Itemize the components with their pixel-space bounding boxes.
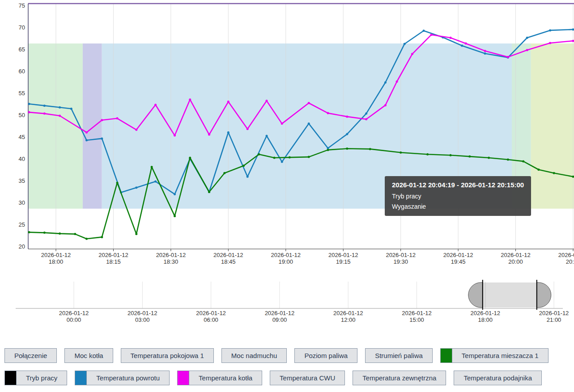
y-tick-label: 20 [19,243,25,250]
y-tick-label: 40 [19,156,25,162]
x-tick-label: 2026-01-1219:30 [386,252,416,265]
legend-button-temperatura-zewnetrzna[interactable]: Temperatura zewnętrzna [353,371,446,385]
x-axis-labels: 2026-01-1218:002026-01-1218:152026-01-12… [41,252,574,265]
navigator-tick-label: 2026-01-1215:00 [402,310,432,323]
legend-swatch-tryb-pracy [4,371,16,385]
y-tick-label: 50 [19,112,25,118]
tooltip-value: Wygaszanie [392,203,524,210]
x-tick-label: 2026-01-1219:15 [328,252,358,265]
y-tick-label: 25 [19,221,25,228]
legend-button-temperatura-mieszacza-1[interactable]: Temperatura mieszacza 1 [452,348,548,363]
legend-button-poziom-paliwa[interactable]: Poziom paliwa [294,348,357,363]
legend-item-tryb-pracy[interactable]: Tryb pracy [4,371,67,385]
legend-item-temperatura-powrotu[interactable]: Temperatura powrotu [75,371,170,385]
y-tick-label: 35 [19,177,25,184]
y-tick-label: 65 [19,46,25,53]
legend-swatch-temperatura-powrotu [75,371,86,385]
x-tick-label: 2026-01-1220:00 [501,252,531,265]
legend-item-poziom-paliwa[interactable]: Poziom paliwa [294,348,357,363]
legend-item-moc-kotla[interactable]: Moc kotła [64,348,113,363]
tooltip-time-range: 2026-01-12 20:04:19 - 2026-01-12 20:15:0… [392,181,524,189]
y-tick-label: 30 [19,199,25,206]
range-navigator[interactable]: 2026-01-1200:002026-01-1203:002026-01-12… [0,277,574,326]
navigator-tick-label: 2026-01-1212:00 [333,310,363,323]
tooltip-series-name: Tryb pracy [392,193,524,200]
navigator-tick-label: 2026-01-1200:00 [59,310,89,323]
y-tick-label: 70 [19,24,25,31]
y-tick-label: 45 [19,134,25,140]
x-tick-label: 2026-01-1218:30 [156,252,186,265]
legend-swatch-temperatura-kotla [177,371,189,385]
navigator-selection[interactable] [483,282,537,308]
chart-tooltip: 2026-01-12 20:04:19 - 2026-01-12 20:15:0… [385,176,531,216]
legend-button-temperatura-powrotu[interactable]: Temperatura powrotu [86,371,170,385]
x-tick-label: 2026-01-1218:45 [213,252,243,265]
navigator-handle-right[interactable] [537,282,551,308]
navigator-tick-label: 2026-01-1218:00 [471,310,501,323]
plot-band-5 [531,43,574,209]
navigator-handle-left[interactable] [468,282,483,308]
legend-button-temperatura-pokojowa-1[interactable]: Temperatura pokojowa 1 [121,348,214,363]
x-tick-label: 2026-01-1220:15 [558,252,574,265]
chart-plot-area[interactable]: 2026-01-1218:002026-01-1218:152026-01-12… [0,0,574,268]
navigator-tick-label: 2026-01-1203:00 [128,310,157,323]
y-tick-label: 55 [19,90,25,97]
legend-item-temperatura-zewnetrzna[interactable]: Temperatura zewnętrzna [353,371,446,385]
navigator-labels: 2026-01-1200:002026-01-1203:002026-01-12… [59,310,569,323]
legend-button-temperatura-kotla[interactable]: Temperatura kotła [189,371,262,385]
navigator-tick-label: 2026-01-1209:00 [265,310,295,323]
legend-button-temperatura-cwu[interactable]: Temperatura CWU [270,371,345,385]
x-tick-label: 2026-01-1219:00 [271,252,301,265]
legend-swatch-temperatura-mieszacza-1 [440,348,452,363]
legend-button-moc-nadmuchu[interactable]: Moc nadmuchu [221,348,287,363]
x-tick-label: 2026-01-1218:15 [98,252,128,265]
legend-item-temperatura-cwu[interactable]: Temperatura CWU [270,371,345,385]
legend-row-1: PołączenieMoc kotłaTemperatura pokojowa … [4,348,571,363]
legend-item-temperatura-kotla[interactable]: Temperatura kotła [177,371,262,385]
navigator-tick-label: 2026-01-1221:00 [539,310,569,323]
legend-item-strumien-paliwa[interactable]: Strumień paliwa [365,348,433,363]
x-tick-label: 2026-01-1218:00 [41,252,71,265]
legend-button-polaczenie[interactable]: Połączenie [4,348,57,363]
plot-band-2 [83,43,102,209]
legend-row-2: Tryb pracyTemperatura powrotuTemperatura… [4,371,571,385]
y-tick-label: 75 [19,2,25,9]
legend-item-temperatura-podajnika[interactable]: Temperatura podajnika [454,371,542,385]
boiler-history-app: 2026-01-1218:002026-01-1218:152026-01-12… [0,0,574,392]
navigator-tick-label: 2026-01-1206:00 [196,310,226,323]
legend-button-tryb-pracy[interactable]: Tryb pracy [16,371,67,385]
legend-item-moc-nadmuchu[interactable]: Moc nadmuchu [221,348,287,363]
legend-item-polaczenie[interactable]: Połączenie [4,348,57,363]
legend-button-moc-kotla[interactable]: Moc kotła [64,348,113,363]
legend-item-temperatura-pokojowa-1[interactable]: Temperatura pokojowa 1 [121,348,214,363]
legend-item-temperatura-mieszacza-1[interactable]: Temperatura mieszacza 1 [440,348,548,363]
legend-button-temperatura-podajnika[interactable]: Temperatura podajnika [454,371,542,385]
x-tick-label: 2026-01-1219:45 [443,252,473,265]
plot-band-1 [28,43,83,209]
y-tick-label: 60 [19,68,25,75]
legend-button-strumien-paliwa[interactable]: Strumień paliwa [365,348,433,363]
chart-legend: PołączenieMoc kotłaTemperatura pokojowa … [4,348,571,392]
y-axis-labels: 757065605550454035302520 [19,2,25,250]
